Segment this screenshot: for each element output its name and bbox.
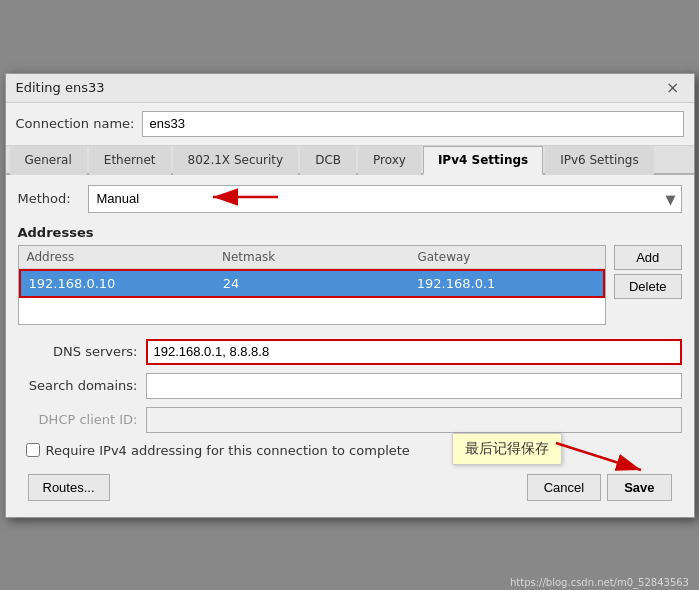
header-netmask: Netmask	[214, 246, 409, 268]
dhcp-client-id-label: DHCP client ID:	[18, 412, 138, 427]
addresses-row: Address Netmask Gateway 192.168.0.10 24 …	[18, 245, 682, 329]
require-ipv4-checkbox[interactable]	[26, 443, 40, 457]
method-arrow-annotation	[203, 177, 283, 217]
addresses-table: Address Netmask Gateway 192.168.0.10 24 …	[18, 245, 606, 325]
content-area: Method: Manual ▼ Addresses	[6, 175, 694, 517]
dhcp-client-id-input	[146, 407, 682, 433]
close-button[interactable]: ×	[662, 80, 683, 96]
tab-dcb[interactable]: DCB	[300, 146, 356, 175]
method-label: Method:	[18, 191, 78, 206]
addr-cell-netmask: 24	[215, 271, 409, 296]
search-domains-input[interactable]	[146, 373, 682, 399]
addresses-header: Address Netmask Gateway	[19, 246, 605, 269]
method-row: Method: Manual ▼	[18, 185, 682, 213]
addr-empty-row	[19, 298, 605, 324]
title-bar: Editing ens33 ×	[6, 74, 694, 103]
window-title: Editing ens33	[16, 80, 105, 95]
tab-general[interactable]: General	[10, 146, 87, 175]
header-address: Address	[19, 246, 214, 268]
svg-line-3	[556, 443, 641, 470]
tab-ipv6-settings[interactable]: IPv6 Settings	[545, 146, 654, 175]
main-window: Editing ens33 × Connection name: General…	[5, 73, 695, 518]
bottom-right-buttons: Cancel Save	[527, 474, 672, 501]
tab-8021x-security[interactable]: 802.1X Security	[173, 146, 299, 175]
delete-button[interactable]: Delete	[614, 274, 682, 299]
addr-buttons: Add Delete	[614, 245, 682, 299]
bottom-bar: Routes... 最后记得保存 Cancel Save	[18, 468, 682, 507]
addresses-table-col: Address Netmask Gateway 192.168.0.10 24 …	[18, 245, 606, 329]
tabs-bar: General Ethernet 802.1X Security DCB Pro…	[6, 146, 694, 175]
dns-servers-label: DNS servers:	[18, 344, 138, 359]
addr-cell-gateway: 192.168.0.1	[409, 271, 603, 296]
dhcp-client-id-row: DHCP client ID:	[18, 407, 682, 433]
save-arrow-annotation	[551, 438, 651, 478]
dns-servers-input[interactable]	[146, 339, 682, 365]
tab-proxy[interactable]: Proxy	[358, 146, 421, 175]
connection-name-label: Connection name:	[16, 116, 135, 131]
addresses-title: Addresses	[18, 225, 682, 240]
addr-cell-address: 192.168.0.10	[21, 271, 215, 296]
header-gateway: Gateway	[409, 246, 604, 268]
tooltip-box: 最后记得保存	[452, 433, 562, 465]
watermark: https://blog.csdn.net/m0_52843563	[510, 577, 689, 588]
connection-name-row: Connection name:	[6, 103, 694, 146]
method-select-wrapper: Manual ▼	[88, 185, 682, 213]
dns-servers-row: DNS servers:	[18, 339, 682, 365]
tab-ethernet[interactable]: Ethernet	[89, 146, 171, 175]
save-button[interactable]: Save	[607, 474, 671, 501]
require-ipv4-label: Require IPv4 addressing for this connect…	[46, 443, 410, 458]
routes-button[interactable]: Routes...	[28, 474, 110, 501]
tooltip-text: 最后记得保存	[465, 440, 549, 456]
add-button[interactable]: Add	[614, 245, 682, 270]
method-select[interactable]: Manual	[88, 185, 682, 213]
cancel-button[interactable]: Cancel	[527, 474, 601, 501]
tab-ipv4-settings[interactable]: IPv4 Settings	[423, 146, 543, 175]
connection-name-input[interactable]	[142, 111, 683, 137]
addresses-section: Addresses Address Netmask Gateway 192.16…	[18, 225, 682, 329]
address-row-0[interactable]: 192.168.0.10 24 192.168.0.1	[19, 269, 605, 298]
search-domains-row: Search domains:	[18, 373, 682, 399]
search-domains-label: Search domains:	[18, 378, 138, 393]
